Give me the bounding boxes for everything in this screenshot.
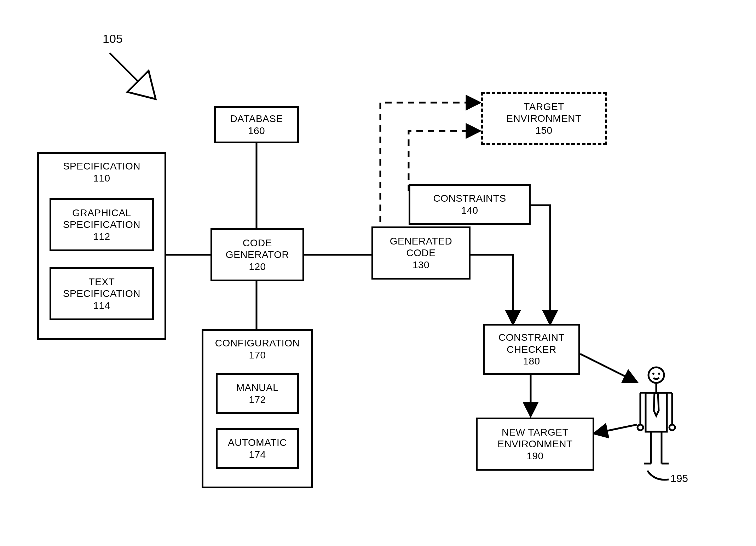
svg-rect-3 [646,393,667,432]
configuration-num: 170 [249,349,266,361]
automatic-num: 174 [249,449,266,461]
constraints-title: CONSTRAINTS [433,192,506,205]
generated-code-num: 130 [412,259,429,271]
target-env-box: TARGET ENVIRONMENT 150 [481,92,607,145]
svg-point-5 [669,425,675,430]
svg-point-4 [637,425,643,430]
target-env-num: 150 [535,125,552,137]
graphical-spec-box: GRAPHICAL SPECIFICATION 112 [50,198,154,251]
figure-ref-label: 105 [103,32,123,46]
code-generator-box: CODE GENERATOR 120 [210,228,304,281]
conn-gencode-to-checker [471,255,513,324]
graphical-spec-title: GRAPHICAL SPECIFICATION [63,207,140,231]
new-target-env-num: 190 [526,450,543,462]
code-generator-num: 120 [249,261,266,273]
user-icon [637,367,675,480]
constraint-checker-num: 180 [523,355,540,367]
svg-point-1 [652,373,654,375]
constraint-checker-title: CONSTRAINT CHECKER [498,332,565,355]
target-env-title: TARGET ENVIRONMENT [506,101,581,125]
conn-checker-to-user [580,354,637,382]
constraint-checker-box: CONSTRAINT CHECKER 180 [483,324,580,375]
text-spec-box: TEXT SPECIFICATION 114 [50,267,154,320]
svg-point-0 [648,367,664,383]
automatic-box: AUTOMATIC 174 [216,428,299,469]
user-ref-label: 195 [670,472,688,484]
conn-constraints-to-checker [531,205,550,324]
new-target-env-box: NEW TARGET ENVIRONMENT 190 [476,418,594,471]
text-spec-title: TEXT SPECIFICATION [63,276,140,300]
generated-code-box: GENERATED CODE 130 [371,226,471,280]
figure-ref-arrow [110,53,156,99]
manual-box: MANUAL 172 [216,373,299,414]
configuration-title: CONFIGURATION [215,337,300,349]
constraints-num: 140 [461,205,478,217]
constraints-box: CONSTRAINTS 140 [409,184,531,225]
code-generator-title: CODE GENERATOR [226,237,289,261]
automatic-title: AUTOMATIC [228,437,287,449]
new-target-env-title: NEW TARGET ENVIRONMENT [497,426,572,450]
database-box: DATABASE 160 [214,106,299,143]
conn-constraints-dashed-up [409,131,479,191]
text-spec-num: 114 [93,300,110,312]
database-num: 160 [248,125,265,137]
conn-user-to-newtarget [594,425,637,433]
manual-num: 172 [249,394,266,406]
diagram-canvas: 105 [0,0,756,546]
database-title: DATABASE [230,113,283,125]
svg-point-2 [658,373,660,375]
specification-num: 110 [93,172,110,184]
manual-title: MANUAL [236,382,279,394]
graphical-spec-num: 112 [93,231,110,243]
generated-code-title: GENERATED CODE [390,235,452,259]
specification-title: SPECIFICATION [63,160,140,172]
